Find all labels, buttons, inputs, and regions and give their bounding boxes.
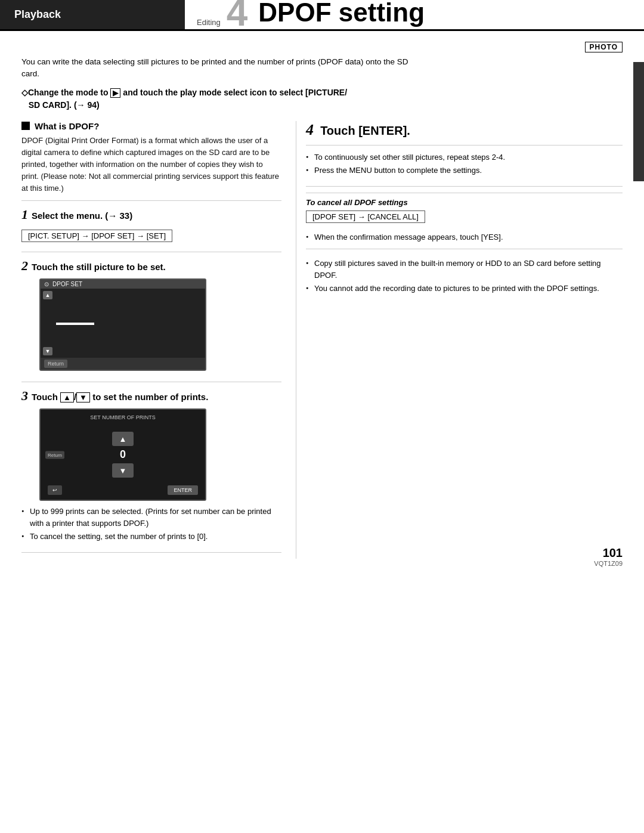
page-number: 101 [603, 546, 623, 560]
step2-screen: ⊙ DPOF SET ▲ ▼ [39, 278, 206, 371]
step1-heading: 1 Select the menu. (→ 33) [21, 207, 281, 222]
playback-tab: Playback [0, 0, 185, 29]
step3-number: 3 [21, 388, 28, 404]
photo-badge: PHOTO [585, 42, 623, 52]
back-arrow-icon: ↩ [52, 487, 57, 493]
screen2-down-arrow: ▼ [112, 463, 134, 478]
what-is-dpof-title: What is DPOF? [35, 121, 99, 131]
mode-instruction: ◇Change the mode to ▶ and touch the play… [21, 86, 623, 112]
play-icon: ▶ [110, 88, 120, 98]
chapter-number: 4 [227, 0, 248, 32]
page-header: Playback Editing 4 DPOF setting [0, 0, 644, 31]
step1-number: 1 [21, 207, 28, 222]
screen2-enter-btn: ENTER [168, 485, 198, 495]
step3-section: 3 Touch ▲/▼ to set the number of prints.… [21, 388, 281, 553]
page-footer: 101 VQT1Z09 [594, 546, 623, 567]
screen-title: DPOF SET [52, 281, 82, 287]
screen2-number: 0 [108, 448, 138, 461]
note-bullet-2: You cannot add the recording date to pic… [306, 283, 623, 295]
step4-section: 4 Touch [ENTER]. To continuously set oth… [306, 121, 623, 187]
what-is-dpof-body: DPOF (Digital Print Order Format) is a f… [21, 135, 281, 195]
step2-number: 2 [21, 258, 28, 274]
step4-text: Touch [ENTER]. [320, 124, 410, 137]
doc-code: VQT1Z09 [594, 560, 623, 567]
what-is-dpof-heading: What is DPOF? [21, 121, 281, 131]
nav-down-arrow: ▼ [43, 347, 52, 355]
right-column: 4 Touch [ENTER]. To continuously set oth… [296, 121, 623, 559]
step4-heading: 4 Touch [ENTER]. [306, 121, 623, 145]
camera-icon: ⊙ [44, 281, 49, 287]
photo-badge-wrap: PHOTO [21, 42, 623, 52]
tab-label: Playback [14, 8, 61, 21]
screen-return-btn: Return [44, 360, 67, 368]
editing-label: Editing [197, 18, 221, 27]
screen2-back-btn: ↩ [48, 485, 62, 495]
screen2-footer: ↩ ENTER [41, 485, 205, 495]
main-content: PHOTO You can write the data selecting s… [0, 31, 644, 577]
what-is-dpof-section: What is DPOF? DPOF (Digital Print Order … [21, 121, 281, 202]
step1-text: Select the menu. (→ 33) [32, 210, 132, 221]
step2-section: 2 Touch the still picture to be set. ⊙ D… [21, 258, 281, 382]
notes-bullets: Copy still pictures saved in the built-i… [306, 258, 623, 295]
note-bullet-1: Copy still pictures saved in the built-i… [306, 258, 623, 281]
screen2-up-arrow: ▲ [112, 432, 134, 446]
notes-section: Copy still pictures saved in the built-i… [306, 249, 623, 295]
step3-heading: 3 Touch ▲/▼ to set the number of prints. [21, 388, 281, 404]
step2-heading: 2 Touch the still picture to be set. [21, 258, 281, 274]
nav-up-arrow: ▲ [43, 291, 52, 299]
header-right: Editing 4 DPOF setting [185, 0, 644, 29]
step1-section: 1 Select the menu. (→ 33) [PICT. SETUP] … [21, 207, 281, 252]
step3-text: Touch ▲/▼ to set the number of prints. [32, 392, 208, 402]
screen2-title: SET NUMBER OF PRINTS [41, 414, 205, 420]
mode-instruction-text: Change the mode to [28, 88, 110, 97]
step3-bullets: Up to 999 prints can be selected. (Print… [21, 506, 281, 543]
step4-bullet-1: To continuously set other still pictures… [306, 151, 623, 163]
step3-screen: SET NUMBER OF PRINTS Return ▲ 0 ▼ ↩ ENTE… [39, 408, 206, 501]
page-title: DPOF setting [258, 0, 425, 26]
step4-bullet-2: Press the MENU button to complete the se… [306, 165, 623, 176]
intro-text: You can write the data selecting still p… [21, 56, 427, 80]
step4-number: 4 [306, 121, 314, 138]
screen2-body: ▲ 0 ▼ [108, 432, 138, 478]
screen-title-bar: ⊙ DPOF SET [41, 280, 205, 289]
step2-text: Touch the still picture to be set. [32, 262, 166, 272]
step4-bullets: To continuously set other still pictures… [306, 151, 623, 176]
screen2-return-btn: Return [45, 451, 64, 459]
cancel-bullets: When the confirmation message appears, t… [306, 231, 623, 243]
right-sidebar-bar [633, 62, 644, 181]
cancel-path-box: [DPOF SET] → [CANCEL ALL] [306, 210, 425, 223]
diamond-icon: ◇ [21, 88, 28, 97]
cancel-bullet-1: When the confirmation message appears, t… [306, 231, 623, 243]
step3-bullet-2: To cancel the setting, set the number of… [21, 531, 281, 543]
cancel-heading: To cancel all DPOF settings [306, 198, 623, 207]
step3-bullet-1: Up to 999 prints can be selected. (Print… [21, 506, 281, 529]
two-column-layout: What is DPOF? DPOF (Digital Print Order … [21, 121, 623, 559]
step1-menu-path: [PICT. SETUP] → [DPOF SET] → [SET] [21, 230, 172, 242]
cancel-section: To cancel all DPOF settings [DPOF SET] →… [306, 193, 623, 243]
left-column: What is DPOF? DPOF (Digital Print Order … [21, 121, 296, 559]
black-square-icon [21, 122, 30, 130]
